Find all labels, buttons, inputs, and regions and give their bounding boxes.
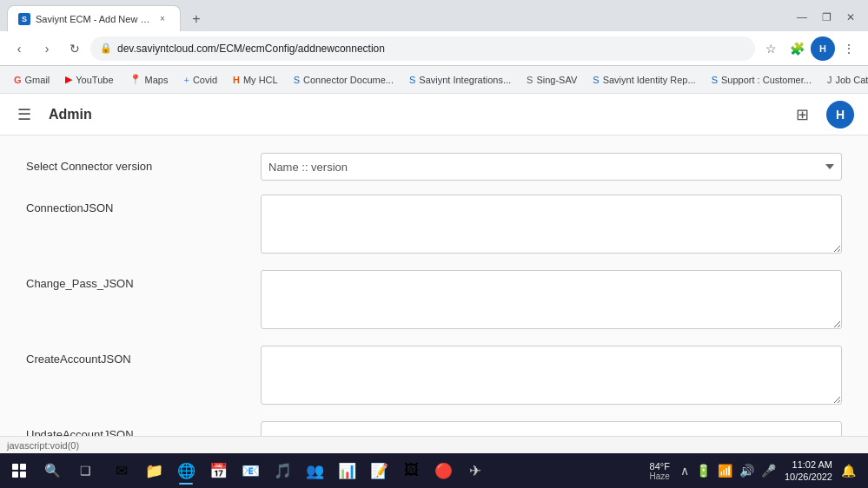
media-icon: 🎵 [274,462,292,480]
outlook-icon: 📧 [242,462,260,480]
update-account-json-textarea[interactable] [261,421,842,436]
create-account-json-control [261,346,842,407]
taskbar-app2[interactable]: ✈ [460,455,491,486]
connection-json-label: ConnectionJSON [26,195,261,221]
taskbar-taskview-button[interactable]: ❑ [70,455,101,486]
address-bar[interactable]: 🔒 dev.saviyntcloud.com/ECM/ecmConfig/add… [90,36,755,61]
taskbar-excel-app[interactable]: 📊 [331,455,362,486]
bookmark-sing-sav[interactable]: S Sing-SAV [520,69,584,90]
browser-frame: S Saviynt ECM - Add New Connection × + —… [0,0,868,488]
bookmark-connector-doc-label: Connector Docume... [303,75,394,85]
taskbar-apps: ✉ 📁 🌐 📅 📧 🎵 👥 📊 � [106,455,491,486]
taskbar-clock[interactable]: 11:02 AM 10/26/2022 [781,458,836,484]
bookmark-maps[interactable]: 📍 Maps [123,69,176,90]
tray-network-icon[interactable]: 🔋 [694,462,712,479]
reload-button[interactable]: ↻ [63,36,87,61]
tab-label: Saviynt ECM - Add New Connection [36,14,150,24]
app1-icon: 🔴 [434,462,453,480]
taskbar-start-button[interactable] [3,455,35,486]
minimize-button[interactable]: — [792,7,812,28]
update-account-json-label: UpdateAccountJSON [26,421,261,436]
user-avatar[interactable]: H [826,101,854,129]
bookmark-covid-label: Covid [193,75,217,85]
files-icon: 📁 [145,462,163,480]
tray-volume-icon[interactable]: 🔊 [738,462,756,479]
taskbar-photos-app[interactable]: 🖼 [395,455,427,486]
update-account-json-row: UpdateAccountJSON [26,421,842,436]
menu-button[interactable]: ⋮ [837,36,861,61]
grid-icon[interactable]: ⊞ [796,105,809,124]
bookmark-saviynt-int-label: Saviynt Integrations... [419,75,511,85]
change-pass-json-row: Change_Pass_JSON [26,270,842,332]
taskbar-calendar-app[interactable]: 📅 [202,455,234,486]
address-text: dev.saviyntcloud.com/ECM/ecmConfig/addne… [117,43,745,55]
create-account-json-textarea[interactable] [261,346,842,405]
connector-version-select[interactable]: Name :: version [261,153,842,181]
close-window-button[interactable]: ✕ [840,7,861,28]
bookmark-youtube[interactable]: ▶ YouTube [58,69,120,90]
forward-button[interactable]: › [35,36,59,61]
connection-json-row: ConnectionJSON [26,195,842,256]
taskview-icon: ❑ [80,464,91,478]
photos-icon: 🖼 [404,462,419,479]
clock-time: 11:02 AM [785,458,832,471]
tab-close-button[interactable]: × [156,12,169,26]
active-tab[interactable]: S Saviynt ECM - Add New Connection × [7,5,181,31]
bookmark-sing-sav-label: Sing-SAV [536,75,577,85]
app-title: Admin [49,107,92,122]
bookmark-gmail-label: Gmail [25,75,50,85]
taskbar-word-app[interactable]: 📝 [363,455,394,486]
back-button[interactable]: ‹ [7,36,31,61]
app-content: ☰ Admin ⊞ H Select Connector version Nam… [0,94,868,436]
notification-icon[interactable]: 🔔 [839,462,858,479]
bookmark-myhcl[interactable]: H My HCL [226,69,285,90]
restore-button[interactable]: ❐ [816,7,837,28]
bookmark-support[interactable]: S Support : Customer... [705,69,818,90]
profile-button[interactable]: H [811,36,835,61]
connection-json-textarea[interactable] [261,195,842,254]
taskbar-outlook-app[interactable]: 📧 [235,455,266,486]
page-body: Select Connector version Name :: version… [0,135,868,436]
status-bar: javascript:void(0) [0,436,868,453]
bookmark-myhcl-label: My HCL [243,75,278,85]
status-text: javascript:void(0) [7,440,79,451]
taskbar-files-app[interactable]: 📁 [138,455,169,486]
weather-widget[interactable]: 84°F Haze [645,461,675,481]
taskbar-search-button[interactable]: 🔍 [36,455,68,486]
weather-condition: Haze [650,472,670,481]
tray-mic-icon[interactable]: 🎤 [759,462,778,479]
lock-icon: 🔒 [100,43,112,54]
tray-arrow-icon[interactable]: ∧ [679,462,691,479]
bookmark-gmail[interactable]: G Gmail [7,69,56,90]
nav-bar: ‹ › ↻ 🔒 dev.saviyntcloud.com/ECM/ecmConf… [0,31,868,66]
extensions-button[interactable]: 🧩 [785,36,809,61]
bookmark-star-button[interactable]: ☆ [759,36,783,61]
bookmark-job-categories[interactable]: J Job Categories for... [820,69,868,90]
bookmark-maps-label: Maps [145,75,169,85]
create-account-json-row: CreateAccountJSON [26,346,842,407]
change-pass-json-textarea[interactable] [261,270,842,329]
calendar-icon: 📅 [209,462,228,480]
bookmark-connector-doc[interactable]: S Connector Docume... [287,69,401,90]
bookmark-covid[interactable]: + Covid [176,69,224,90]
taskbar-edge-app[interactable]: 🌐 [170,455,202,486]
taskbar-mail-app[interactable]: ✉ [106,455,137,486]
bookmark-job-categories-label: Job Categories for... [835,75,868,85]
tab-bar: S Saviynt ECM - Add New Connection × + —… [0,0,868,31]
connection-json-control [261,195,842,256]
taskbar-app1[interactable]: 🔴 [427,455,459,486]
tray-wifi-icon[interactable]: 📶 [716,462,734,479]
bookmark-saviynt-identity[interactable]: S Saviynt Identity Rep... [586,69,702,90]
connector-version-label: Select Connector version [26,153,261,180]
bookmark-saviynt-int[interactable]: S Saviynt Integrations... [402,69,518,90]
taskbar: 🔍 ❑ ✉ 📁 🌐 📅 📧 🎵 👥 [0,453,868,488]
excel-icon: 📊 [338,462,356,480]
connector-version-row: Select Connector version Name :: version [26,153,842,181]
taskbar-teams-app[interactable]: 👥 [299,455,330,486]
new-tab-button[interactable]: + [184,7,209,31]
weather-temp: 84°F [650,461,670,472]
taskbar-media-app[interactable]: 🎵 [267,455,298,486]
sidebar-toggle-button[interactable]: ☰ [14,102,35,128]
clock-date: 10/26/2022 [785,471,832,483]
connector-version-control: Name :: version [261,153,842,181]
